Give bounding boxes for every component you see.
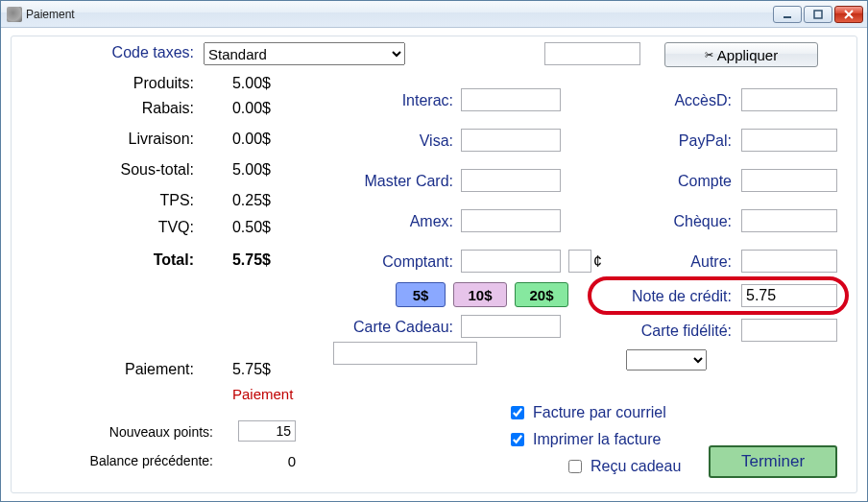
amex-input[interactable] <box>461 209 561 232</box>
visa-input[interactable] <box>461 129 561 152</box>
rebate-value: 0.00$ <box>204 100 300 117</box>
giftcard-amount-input[interactable] <box>461 315 561 338</box>
apply-code-input[interactable] <box>544 42 640 65</box>
autre-label: Autre: <box>588 253 732 271</box>
print-invoice-checkbox[interactable] <box>511 433 524 446</box>
close-button[interactable] <box>834 6 863 23</box>
loyalty-select[interactable] <box>626 349 707 371</box>
finish-button[interactable]: Terminer <box>709 445 837 478</box>
credit-note-label: Note de crédit: <box>588 288 732 305</box>
accesd-input[interactable] <box>741 88 837 111</box>
svg-rect-1 <box>814 11 822 18</box>
close-icon <box>843 9 855 20</box>
mastercard-label: Master Card: <box>300 173 453 190</box>
payment-value: 5.75$ <box>204 361 300 378</box>
print-invoice-label: Imprimer la facture <box>533 431 661 448</box>
tvq-value: 0.50$ <box>204 219 300 236</box>
giftcard-number-input[interactable] <box>333 342 477 365</box>
paypal-input[interactable] <box>741 129 837 152</box>
products-value: 5.00$ <box>204 75 300 92</box>
giftcard-label: Carte Cadeau: <box>300 319 453 336</box>
email-invoice-checkbox[interactable] <box>511 406 524 419</box>
shipping-value: 0.00$ <box>204 131 300 148</box>
quick-5-button[interactable]: 5$ <box>396 282 446 307</box>
minimize-button[interactable] <box>773 6 802 23</box>
gift-receipt-row: Reçu cadeau <box>565 457 681 476</box>
credit-note-input[interactable] <box>741 284 837 307</box>
maximize-icon <box>812 9 824 20</box>
prev-balance-value: 0 <box>238 453 296 469</box>
minimize-icon <box>782 9 793 20</box>
quick-20-button[interactable]: 20$ <box>515 282 568 307</box>
gift-receipt-checkbox[interactable] <box>568 460 582 473</box>
scissors-icon: ✂ <box>705 50 713 60</box>
quick-10-button[interactable]: 10$ <box>453 282 507 307</box>
new-points-label: Nouveaux points: <box>12 424 213 440</box>
tps-value: 0.25$ <box>204 192 300 209</box>
accesd-label: AccèsD: <box>588 92 732 109</box>
payment-status: Paiement <box>232 386 293 402</box>
subtotal-value: 5.00$ <box>204 161 300 179</box>
finish-button-label: Terminer <box>741 452 805 471</box>
interac-input[interactable] <box>461 88 561 111</box>
total-label: Total: <box>12 251 194 269</box>
paypal-label: PayPal: <box>588 132 732 150</box>
maximize-button[interactable] <box>804 6 832 23</box>
print-invoice-row: Imprimer la facture <box>507 430 661 449</box>
loyalty-label: Carte fidélité: <box>588 323 732 340</box>
payment-label: Paiement: <box>12 361 194 378</box>
window-title: Paiement <box>26 8 75 21</box>
products-label: Produits: <box>12 75 194 92</box>
compte-label: Compte <box>588 173 732 190</box>
comptant-input[interactable] <box>461 250 561 273</box>
mastercard-input[interactable] <box>461 169 561 192</box>
autre-input[interactable] <box>741 250 837 273</box>
interac-label: Interac: <box>300 92 453 109</box>
subtotal-label: Sous-total: <box>12 161 194 179</box>
loyalty-input[interactable] <box>741 319 837 342</box>
cheque-input[interactable] <box>741 209 837 232</box>
taxcode-select[interactable]: Standard <box>204 42 405 65</box>
apply-button-label: Appliquer <box>717 47 778 63</box>
amex-label: Amex: <box>300 213 453 230</box>
new-points-field[interactable] <box>238 420 296 442</box>
cheque-label: Chèque: <box>588 213 732 230</box>
total-value: 5.75$ <box>204 251 300 269</box>
compte-input[interactable] <box>741 169 837 192</box>
rebate-label: Rabais: <box>12 100 194 117</box>
prev-balance-label: Balance précédente: <box>12 453 213 468</box>
shipping-label: Livraison: <box>12 131 194 148</box>
window-titlebar: Paiement <box>1 1 867 28</box>
apply-button[interactable]: ✂ Appliquer <box>664 42 818 67</box>
visa-label: Visa: <box>300 132 453 150</box>
taxcode-label: Code taxes: <box>12 44 194 61</box>
email-invoice-label: Facture par courriel <box>533 404 666 421</box>
comptant-label: Comptant: <box>300 253 453 271</box>
app-icon <box>7 7 22 22</box>
gift-receipt-label: Reçu cadeau <box>591 458 681 475</box>
tps-label: TPS: <box>12 192 194 209</box>
tvq-label: TVQ: <box>12 219 194 236</box>
email-invoice-row: Facture par courriel <box>507 403 666 422</box>
